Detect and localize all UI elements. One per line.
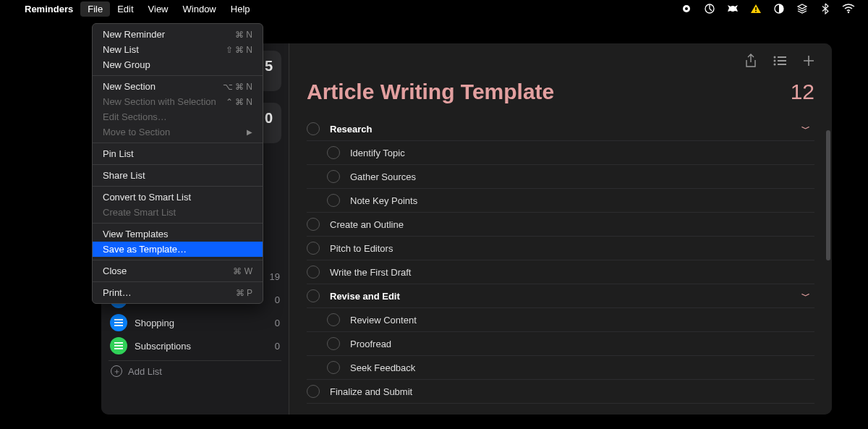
add-task-icon[interactable] [801, 54, 816, 68]
chevron-down-icon[interactable]: ﹀ [801, 290, 814, 302]
task-checkbox[interactable] [307, 242, 320, 255]
chevron-down-icon[interactable]: ﹀ [801, 123, 814, 135]
menu-item[interactable]: Close⌘ W [93, 263, 263, 279]
svg-rect-4 [755, 11, 757, 12]
status-record-icon[interactable] [680, 2, 693, 15]
status-warning-icon[interactable] [749, 2, 762, 15]
menu-item[interactable]: Save as Template… [93, 242, 263, 257]
task-checkbox[interactable] [327, 194, 340, 207]
status-contrast-icon[interactable] [773, 2, 786, 15]
task-title: Revise and Edit [330, 291, 801, 302]
menu-item-label: Share List [103, 170, 145, 181]
add-list-button[interactable]: ＋ Add List [109, 360, 281, 381]
menu-item-label: Close [103, 266, 127, 276]
list-badge-count: 19 [270, 271, 280, 282]
svg-rect-22 [778, 60, 786, 61]
menu-separator [93, 223, 263, 224]
menu-shortcut: ⇧ ⌘ N [226, 45, 252, 55]
menu-item-label: Move to Section [103, 127, 170, 137]
task-checkbox[interactable] [307, 122, 320, 135]
menu-separator [93, 186, 263, 187]
menu-shortcut: ⌘ W [233, 266, 252, 276]
share-icon[interactable] [744, 54, 758, 68]
list-badge-count: 0 [275, 318, 280, 328]
task-checkbox[interactable] [307, 266, 320, 279]
menu-item[interactable]: New Section⌥ ⌘ N [93, 79, 263, 94]
menu-window[interactable]: Window [176, 1, 224, 17]
svg-rect-15 [114, 325, 123, 326]
task-title: Pitch to Editors [330, 243, 814, 254]
status-bluetooth-icon[interactable] [819, 2, 832, 15]
menu-item[interactable]: New Group [93, 57, 263, 72]
task-title: Create an Outline [330, 219, 814, 230]
menu-item-label: View Templates [103, 229, 169, 239]
task-checkbox[interactable] [327, 337, 340, 350]
task-checkbox[interactable] [307, 385, 320, 398]
task-checkbox[interactable] [327, 361, 340, 374]
scrollbar[interactable] [826, 130, 830, 407]
task-title: Note Key Points [350, 195, 814, 206]
menu-view[interactable]: View [141, 1, 176, 17]
menu-item-label: Create Smart List [103, 207, 176, 218]
task-checkbox[interactable] [307, 289, 320, 302]
app-menu[interactable]: Reminders [17, 1, 80, 17]
task-row[interactable]: Review Content [307, 308, 814, 332]
task-row[interactable]: Identify Topic [307, 141, 814, 165]
menu-item[interactable]: Share List [93, 168, 263, 183]
task-row[interactable]: Create an Outline [307, 213, 814, 237]
svg-point-6 [848, 12, 849, 13]
task-checkbox[interactable] [307, 218, 320, 231]
sidebar-list-item[interactable]: Shopping0 [109, 311, 281, 334]
menu-help[interactable]: Help [224, 1, 258, 17]
menu-item[interactable]: Print…⌘ P [93, 285, 263, 300]
task-row[interactable]: Note Key Points [307, 189, 814, 213]
list-count: 12 [791, 80, 814, 104]
task-row[interactable]: Finalize and Submit [307, 380, 814, 404]
menu-item-label: Edit Sections… [103, 111, 167, 122]
task-row[interactable]: Seek Feedback [307, 356, 814, 380]
view-options-icon[interactable] [773, 54, 787, 68]
task-row[interactable]: Gather Sources [307, 165, 814, 189]
menu-edit[interactable]: Edit [110, 1, 140, 17]
svg-rect-3 [755, 7, 757, 10]
menu-item-label: New Section with Selection [103, 96, 216, 107]
list-name: Shopping [135, 318, 174, 328]
menu-separator [93, 143, 263, 143]
list-icon [110, 314, 127, 331]
task-row[interactable]: Proofread [307, 332, 814, 356]
task-title: Seek Feedback [350, 362, 814, 373]
task-checkbox[interactable] [327, 146, 340, 159]
list-name: Subscriptions [135, 341, 191, 352]
menu-item[interactable]: View Templates [93, 226, 263, 242]
task-row[interactable]: Write the First Draft [307, 260, 814, 284]
task-title: Finalize and Submit [330, 386, 814, 397]
task-section-row[interactable]: Research﹀ [307, 117, 814, 141]
status-cat-icon[interactable] [726, 2, 739, 15]
menu-shortcut: ⌘ N [235, 30, 252, 40]
menu-item-label: New Section [103, 81, 156, 92]
status-layers-icon[interactable] [796, 2, 809, 15]
menu-item[interactable]: New Reminder⌘ N [93, 27, 263, 42]
menu-item[interactable]: Convert to Smart List [93, 190, 263, 205]
sidebar-list-item[interactable]: Subscriptions0 [109, 334, 281, 357]
task-title: Write the First Draft [330, 267, 814, 278]
menubar: Reminders FileEditViewWindowHelp [0, 0, 868, 17]
list-icon [110, 337, 127, 354]
task-checkbox[interactable] [327, 313, 340, 326]
list-title: Article Writing Template [307, 80, 554, 104]
task-row[interactable]: Pitch to Editors [307, 237, 814, 260]
svg-rect-18 [114, 348, 123, 349]
file-menu-dropdown: New Reminder⌘ NNew List⇧ ⌘ NNew GroupNew… [92, 23, 263, 304]
task-checkbox[interactable] [327, 170, 340, 183]
status-wifi-icon[interactable] [842, 2, 855, 15]
menubar-left: Reminders FileEditViewWindowHelp [7, 1, 258, 17]
status-compass-icon[interactable] [703, 2, 716, 15]
menu-item[interactable]: New List⇧ ⌘ N [93, 42, 263, 57]
menu-item[interactable]: Pin List [93, 146, 263, 161]
menu-file[interactable]: File [80, 1, 110, 17]
task-section-row[interactable]: Revise and Edit﹀ [307, 284, 814, 308]
task-list: Research﹀Identify TopicGather SourcesNot… [289, 117, 832, 407]
menu-separator [93, 281, 263, 282]
svg-rect-13 [114, 319, 123, 320]
main-panel: Article Writing Template 12 Research﹀Ide… [289, 43, 832, 415]
